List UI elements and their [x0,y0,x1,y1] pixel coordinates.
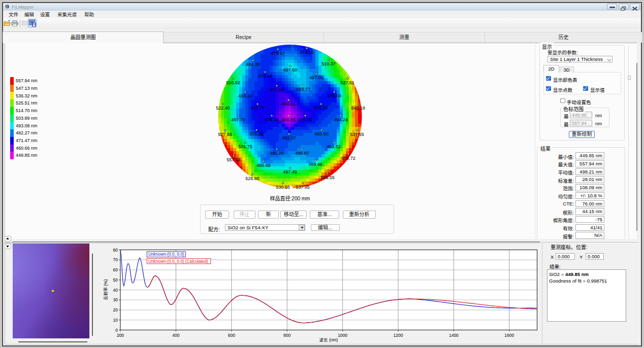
svg-text:20: 20 [113,307,118,312]
svg-text:497.49: 497.49 [283,169,297,175]
svg-text:483.90: 483.90 [314,131,329,136]
svg-text:537.65: 537.65 [350,132,364,137]
svg-text:497.60: 497.60 [283,67,297,73]
svg-text:527.61: 527.61 [340,80,355,85]
svg-text:40: 40 [113,288,118,293]
svg-text:484.26: 484.26 [238,93,252,98]
svg-text:464.61: 464.61 [281,101,296,107]
svg-text:484.28: 484.28 [246,62,260,67]
svg-text:1000: 1000 [338,333,347,338]
svg-text:1200: 1200 [394,333,403,338]
svg-text:474.15: 474.15 [300,50,314,55]
svg-text:493.77: 493.77 [296,87,310,92]
svg-text:556.72: 556.72 [341,156,356,161]
svg-text:Unknown-(0.0, 0.0): Unknown-(0.0, 0.0) [148,252,184,257]
svg-text:10: 10 [113,318,118,323]
svg-text:472.84: 472.84 [270,87,284,92]
svg-text:波长 (nm): 波长 (nm) [319,337,338,342]
svg-text:486.97: 486.97 [295,151,309,156]
svg-text:487.09: 487.09 [309,75,324,80]
svg-text:483.62: 483.62 [327,144,341,149]
svg-text:489.46: 489.46 [308,162,323,167]
svg-text:479.17: 479.17 [271,51,285,56]
svg-text:449.85: 449.85 [281,117,296,122]
svg-text:474.34: 474.34 [265,117,279,122]
svg-text:530.58: 530.58 [276,185,290,190]
svg-text:400: 400 [172,333,179,338]
svg-text:60: 60 [113,267,118,272]
svg-text:1400: 1400 [449,333,459,338]
svg-text:600: 600 [228,333,235,338]
svg-text:557.94: 557.94 [227,157,241,162]
svg-text:476.38: 476.38 [249,131,264,136]
svg-text:475.04: 475.04 [327,93,341,98]
svg-text:486.65: 486.65 [256,163,271,168]
svg-text:50: 50 [113,277,118,283]
svg-text:1600: 1600 [504,333,514,338]
svg-text:522.40: 522.40 [216,106,230,111]
svg-text:527.86: 527.86 [218,132,232,137]
svg-text:80: 80 [113,248,118,253]
svg-text:482.67: 482.67 [282,135,296,141]
svg-text:反射率 (%): 反射率 (%) [103,279,108,300]
svg-text:484.24: 484.24 [334,117,348,122]
svg-text:546.18: 546.18 [351,106,365,111]
svg-text:481.29: 481.29 [270,151,284,156]
svg-text:478.14: 478.14 [258,74,272,79]
svg-text:800: 800 [283,333,291,338]
svg-text:556.55: 556.55 [320,175,335,180]
svg-text:487.79: 487.79 [231,117,245,122]
svg-text:510.92: 510.92 [226,80,240,85]
svg-text:70: 70 [113,257,118,262]
svg-text:475.32: 475.32 [314,106,328,111]
svg-text:Unknown-(0.0, 0.0) (Calculated: Unknown-(0.0, 0.0) (Calculated) [148,259,208,264]
svg-text:470.70: 470.70 [298,117,312,122]
svg-text:501.75: 501.75 [238,144,252,149]
svg-text:30: 30 [113,297,118,302]
svg-text:473.77: 473.77 [250,106,265,111]
svg-text:0: 0 [115,328,118,333]
svg-text:526.86: 526.86 [245,176,260,181]
svg-text:537.95: 537.95 [296,185,310,190]
svg-text:510.37: 510.37 [321,61,336,66]
svg-text:200: 200 [117,333,124,338]
